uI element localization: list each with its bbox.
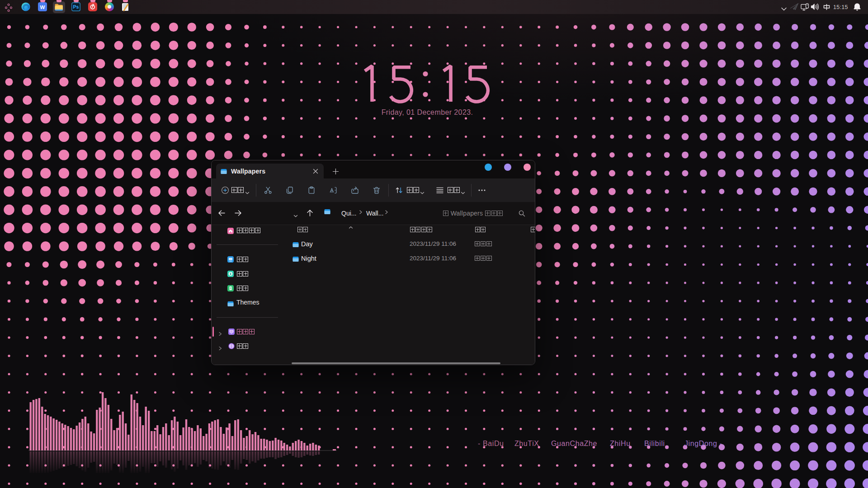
svg-text:Ps: Ps [73, 4, 79, 9]
svg-text:W: W [40, 5, 45, 10]
